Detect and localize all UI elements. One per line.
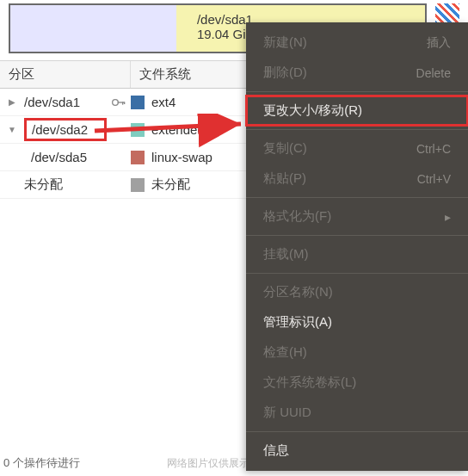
menu-shortcut: Ctrl+C bbox=[416, 142, 451, 156]
menu-separator bbox=[246, 431, 468, 432]
menu-label: 更改大小/移动(R) bbox=[263, 102, 362, 119]
menu-format[interactable]: 格式化为(F) ▸ bbox=[246, 201, 468, 232]
menu-label: 分区名称(N) bbox=[263, 284, 333, 300]
fs-swatch bbox=[131, 123, 145, 137]
menu-shortcut: 插入 bbox=[427, 35, 451, 51]
svg-rect-2 bbox=[122, 102, 123, 104]
partition-name: 未分配 bbox=[24, 176, 107, 193]
menu-label: 挂载(M) bbox=[263, 246, 309, 263]
menu-label: 检查(H) bbox=[263, 344, 307, 361]
menu-separator bbox=[246, 197, 468, 198]
menu-fs-label[interactable]: 文件系统卷标(L) bbox=[246, 368, 468, 398]
chevron-right-icon: ▸ bbox=[445, 210, 451, 224]
menu-separator bbox=[246, 273, 468, 274]
svg-rect-1 bbox=[118, 102, 125, 102]
menu-resize-move[interactable]: 更改大小/移动(R) bbox=[246, 96, 468, 126]
partition-name: /dev/sda2 bbox=[24, 118, 107, 141]
menu-info[interactable]: 信息 bbox=[246, 436, 468, 466]
menu-mount[interactable]: 挂载(M) bbox=[246, 239, 468, 269]
fs-swatch bbox=[131, 178, 145, 192]
menu-new-uuid[interactable]: 新 UUID bbox=[246, 398, 468, 428]
menu-label: 新 UUID bbox=[263, 405, 311, 421]
lock-icon bbox=[107, 97, 131, 108]
menu-label: 粘贴(P) bbox=[263, 170, 306, 187]
partition-name: /dev/sda1 bbox=[24, 95, 107, 109]
menu-label: 新建(N) bbox=[263, 34, 307, 51]
svg-point-0 bbox=[113, 99, 119, 105]
partition-name: /dev/sda5 bbox=[24, 150, 107, 164]
menu-separator bbox=[246, 235, 468, 236]
menu-label: 文件系统卷标(L) bbox=[263, 374, 356, 391]
menu-separator bbox=[246, 91, 468, 92]
menu-separator bbox=[246, 129, 468, 130]
fs-swatch bbox=[131, 151, 145, 164]
menu-label: 管理标识(A) bbox=[263, 314, 332, 331]
header-partition[interactable]: 分区 bbox=[0, 61, 131, 88]
expand-icon[interactable]: ▶ bbox=[0, 97, 24, 107]
menu-shortcut: Delete bbox=[416, 66, 451, 80]
menu-copy[interactable]: 复制(C) Ctrl+C bbox=[246, 133, 468, 164]
menu-new[interactable]: 新建(N) 插入 bbox=[246, 28, 468, 58]
menu-label: 删除(D) bbox=[263, 65, 307, 81]
pending-ops: 0 个操作待进行 bbox=[3, 455, 80, 471]
context-menu: 新建(N) 插入 删除(D) Delete 更改大小/移动(R) 复制(C) C… bbox=[246, 22, 468, 471]
menu-check[interactable]: 检查(H) bbox=[246, 337, 468, 368]
menu-label: 格式化为(F) bbox=[263, 208, 331, 225]
menu-label: 复制(C) bbox=[263, 140, 307, 157]
menu-label: 信息 bbox=[263, 442, 289, 459]
menu-partition-name[interactable]: 分区名称(N) bbox=[246, 277, 468, 307]
menu-delete[interactable]: 删除(D) Delete bbox=[246, 58, 468, 88]
fs-swatch bbox=[131, 96, 145, 109]
menu-paste[interactable]: 粘贴(P) Ctrl+V bbox=[246, 164, 468, 194]
expand-icon[interactable]: ▼ bbox=[0, 125, 24, 134]
svg-rect-3 bbox=[124, 102, 125, 104]
menu-manage-flags[interactable]: 管理标识(A) bbox=[246, 307, 468, 337]
menu-shortcut: Ctrl+V bbox=[417, 172, 451, 186]
